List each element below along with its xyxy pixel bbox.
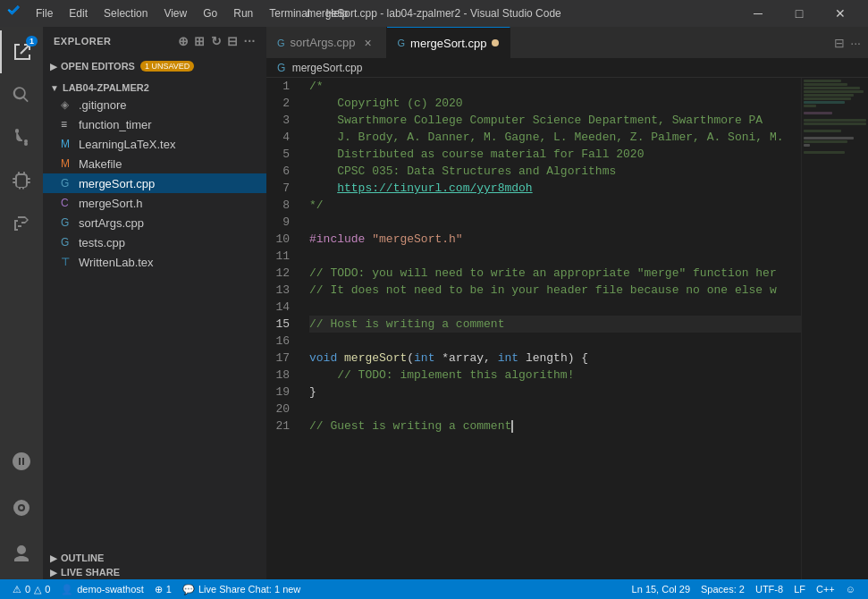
activity-account[interactable] — [0, 533, 43, 576]
line-numbers: 1 2 3 4 5 6 7 8 9 10 11 12 13 14 15 16 1… — [266, 78, 302, 579]
minimap-line — [804, 90, 864, 93]
project-label: Lab04-Zpalmer2 — [63, 82, 149, 93]
status-feedback[interactable]: ☺ — [840, 579, 861, 599]
activity-debug[interactable] — [0, 159, 43, 202]
minimize-button[interactable]: ─ — [737, 0, 779, 27]
code-line-21: // Guest is writing a comment — [309, 418, 801, 434]
maximize-button[interactable]: □ — [779, 0, 820, 27]
activity-settings[interactable] — [0, 486, 43, 529]
breadcrumb-file[interactable]: G mergeSort.cpp — [277, 62, 362, 74]
line-num-16: 16 — [266, 333, 295, 350]
line-num-21: 21 — [266, 418, 295, 434]
line-num-18: 18 — [266, 367, 295, 384]
project-header[interactable]: ▼ Lab04-Zpalmer2 — [43, 80, 266, 95]
tab-modified-dot — [492, 39, 499, 46]
tab-sortargs-icon: G — [277, 38, 285, 48]
open-editors-label: Open Editors — [61, 61, 135, 72]
indent-label: Spaces: 2 — [701, 584, 745, 595]
refresh-icon[interactable]: ↻ — [211, 34, 223, 48]
sidebar-title: Explorer — [54, 36, 112, 46]
svg-point-0 — [15, 130, 19, 133]
code-content[interactable]: /* Copyright (c) 2020 Swarthmore College… — [302, 78, 801, 579]
more-icon[interactable]: ··· — [850, 36, 861, 50]
activity-explorer[interactable]: 1 — [0, 30, 43, 73]
code-line-15: // Host is writing a comment — [309, 316, 801, 333]
line-num-7: 7 — [266, 180, 295, 197]
breadcrumb-filename: mergeSort.cpp — [292, 62, 363, 74]
code-line-6: CPSC 035: Data Structures and Algorithms — [309, 163, 801, 180]
line-num-12: 12 — [266, 265, 295, 282]
status-user[interactable]: 👤 demo-swathost — [55, 579, 149, 599]
menu-file[interactable]: File — [29, 5, 60, 21]
activity-source-control[interactable] — [0, 116, 43, 159]
line-num-15: 15 — [266, 316, 295, 333]
warning-icon: △ — [34, 584, 41, 595]
tab-sortargs-label: sortArgs.cpp — [291, 36, 356, 49]
tab-mergesort-label: mergeSort.cpp — [410, 37, 486, 50]
warning-count: 0 — [45, 584, 50, 595]
line-num-2: 2 — [266, 95, 295, 112]
file-gitignore[interactable]: ◈ .gitignore — [43, 95, 266, 114]
line-num-6: 6 — [266, 163, 295, 180]
file-sortargs[interactable]: G sortArgs.cpp — [43, 213, 266, 232]
tab-sortargs[interactable]: G sortArgs.cpp × — [266, 27, 387, 58]
file-learninglatex[interactable]: M LearningLaTeX.tex — [43, 134, 266, 154]
minimap-line — [804, 80, 841, 82]
activity-search[interactable] — [0, 73, 43, 116]
code-line-16 — [309, 333, 801, 350]
status-liveshare-chat[interactable]: 💬 Live Share Chat: 1 new — [177, 579, 306, 599]
project-section: ▼ Lab04-Zpalmer2 ◈ .gitignore ≡ function… — [43, 77, 266, 275]
status-language[interactable]: C++ — [811, 579, 840, 599]
file-mergesort-h[interactable]: C mergeSort.h — [43, 193, 266, 213]
window-title: mergeSort.cpp - lab04-zpalmer2 - Visual … — [307, 7, 561, 20]
file-tests[interactable]: G tests.cpp — [43, 232, 266, 252]
function-icon: ≡ — [61, 118, 73, 131]
status-encoding[interactable]: UTF-8 — [750, 579, 788, 599]
tab-sortargs-close[interactable]: × — [361, 36, 375, 50]
status-eol[interactable]: LF — [788, 579, 811, 599]
menu-run[interactable]: Run — [226, 5, 260, 21]
gitignore-name: .gitignore — [79, 98, 126, 112]
new-folder-icon[interactable]: ⊞ — [194, 34, 206, 48]
activity-liveshare[interactable] — [0, 440, 43, 483]
status-right: Ln 15, Col 29 Spaces: 2 UTF-8 LF C++ ☺ — [627, 579, 861, 599]
liveshare-arrow: ▶ — [50, 568, 57, 578]
code-editor[interactable]: 1 2 3 4 5 6 7 8 9 10 11 12 13 14 15 16 1… — [266, 78, 868, 579]
open-editors-header[interactable]: ▶ Open Editors 1 Unsaved — [43, 59, 266, 73]
eol-label: LF — [794, 584, 805, 595]
cursor-position: Ln 15, Col 29 — [632, 584, 690, 595]
activity-extensions[interactable] — [0, 202, 43, 245]
liveshare-header[interactable]: ▶ Live Share — [43, 565, 266, 579]
line-num-14: 14 — [266, 299, 295, 316]
status-username: demo-swathost — [77, 584, 144, 595]
minimap-line — [804, 130, 841, 132]
tab-mergesort[interactable]: G mergeSort.cpp — [387, 27, 511, 58]
menu-selection[interactable]: Selection — [97, 5, 155, 21]
status-liveshare-count[interactable]: ⊕ 1 — [149, 579, 177, 599]
line-num-17: 17 — [266, 350, 295, 367]
minimap-line — [804, 83, 847, 86]
error-icon: ⚠ — [13, 584, 21, 595]
menu-edit[interactable]: Edit — [62, 5, 95, 21]
more-actions-icon[interactable]: ··· — [244, 34, 256, 48]
new-file-icon[interactable]: ⊕ — [178, 34, 190, 48]
file-function-timer[interactable]: ≡ function_timer — [43, 114, 266, 134]
split-editor-icon[interactable]: ⊟ — [834, 36, 845, 50]
minimap-line — [804, 112, 832, 114]
close-button[interactable]: ✕ — [820, 0, 861, 27]
makefile-name: Makefile — [79, 157, 122, 171]
file-mergesort-cpp[interactable]: G mergeSort.cpp — [43, 173, 266, 193]
file-makefile[interactable]: M Makefile — [43, 154, 266, 173]
status-spaces[interactable]: Spaces: 2 — [695, 579, 750, 599]
code-line-1: /* — [309, 78, 801, 95]
menu-go[interactable]: Go — [196, 5, 224, 21]
menu-view[interactable]: View — [156, 5, 194, 21]
outline-header[interactable]: ▶ Outline — [43, 551, 266, 565]
status-cursor-pos[interactable]: Ln 15, Col 29 — [627, 579, 695, 599]
code-line-5: Distributed as course material for Fall … — [309, 146, 801, 163]
sidebar-header-actions: ⊕ ⊞ ↻ ⊟ ··· — [178, 34, 256, 48]
file-writtenlab[interactable]: ⊤ WrittenLab.tex — [43, 252, 266, 272]
status-errors[interactable]: ⚠ 0 △ 0 — [7, 579, 55, 599]
line-num-20: 20 — [266, 401, 295, 418]
collapse-icon[interactable]: ⊟ — [227, 34, 239, 48]
